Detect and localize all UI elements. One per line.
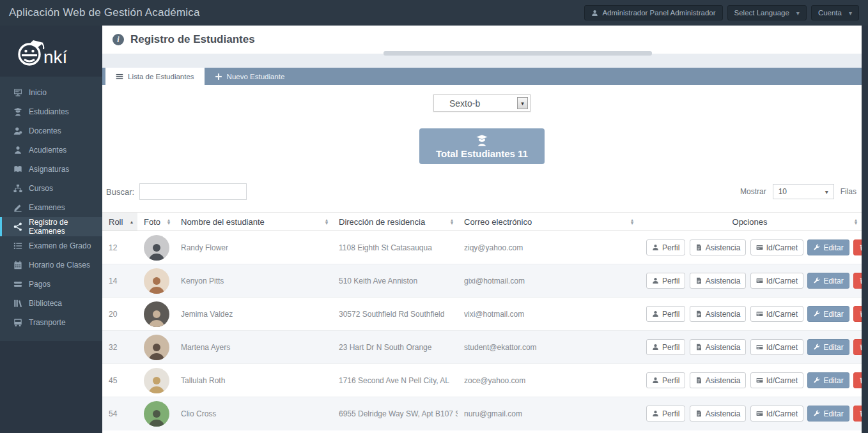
- column-header-opciones[interactable]: Opciones▴▾: [638, 213, 862, 231]
- admin-panel-label: Administrador Panel Administrador: [602, 9, 715, 17]
- brand-logo[interactable]: nkí: [0, 26, 102, 77]
- account-button[interactable]: Cuenta: [811, 5, 859, 20]
- editar-button[interactable]: Editar: [807, 239, 849, 255]
- select-arrow-icon[interactable]: [517, 97, 528, 109]
- total-students-box[interactable]: Total Estudiantes 11: [419, 128, 545, 164]
- column-header-correo[interactable]: Correo electrónico▴▾: [458, 213, 638, 231]
- options-cell: Perfil Asistencia Id/Carnet Editar Borra…: [638, 331, 862, 364]
- column-header-nombre[interactable]: Nombre del estudiante▴▾: [174, 213, 332, 231]
- options-cell: Perfil Asistencia Id/Carnet Editar Borra…: [638, 298, 862, 331]
- tab-lista-de-estudiantes[interactable]: Lista de Estudiantes: [105, 68, 205, 85]
- borrar-button[interactable]: Borrar: [853, 306, 862, 322]
- sidebar-item-label: Cursos: [29, 184, 53, 193]
- tab-nuevo-estudiante[interactable]: Nuevo Estudiante: [205, 68, 295, 85]
- menu-icon: [116, 73, 123, 80]
- student-photo[interactable]: [144, 335, 169, 360]
- perfil-button[interactable]: Perfil: [646, 306, 685, 322]
- id-carnet-button[interactable]: Id/Carnet: [750, 306, 803, 322]
- sidebar-item-examenes[interactable]: Examenes: [0, 198, 102, 217]
- perfil-button[interactable]: Perfil: [646, 406, 685, 422]
- sidebar-item-label: Inicio: [29, 88, 47, 97]
- rows-per-page-value: 10: [779, 187, 787, 196]
- borrar-button[interactable]: Borrar: [853, 339, 862, 355]
- user-icon: [652, 277, 659, 284]
- sidebar-item-cursos[interactable]: Cursos: [0, 179, 102, 198]
- sidebar-item-asignaturas[interactable]: Asignaturas: [0, 160, 102, 179]
- student-row: 14 Kenyon Pitts 510 Keith Ave Anniston g…: [102, 264, 862, 298]
- editar-button[interactable]: Editar: [807, 339, 849, 355]
- enki-logo-icon: nkí: [14, 33, 88, 70]
- student-photo[interactable]: [144, 268, 169, 294]
- id-carnet-button[interactable]: Id/Carnet: [750, 372, 803, 388]
- id-carnet-button[interactable]: Id/Carnet: [750, 339, 803, 355]
- borrar-button[interactable]: Borrar: [853, 239, 862, 255]
- person-badge-icon: [13, 146, 22, 155]
- sidebar-item-estudiantes[interactable]: Estudiantes: [0, 102, 102, 121]
- options-cell: Perfil Asistencia Id/Carnet Editar Borra…: [638, 264, 862, 298]
- asistencia-button[interactable]: Asistencia: [690, 372, 747, 388]
- sidebar-item-inicio[interactable]: Inicio: [0, 83, 102, 102]
- asistencia-button[interactable]: Asistencia: [690, 406, 747, 422]
- perfil-button[interactable]: Perfil: [646, 239, 685, 255]
- rows-per-page-select[interactable]: 10: [773, 184, 834, 199]
- perfil-button[interactable]: Perfil: [646, 273, 685, 289]
- page-header: i Registro de Estudiantes: [102, 26, 862, 54]
- editar-button[interactable]: Editar: [807, 406, 849, 422]
- wrench-icon: [813, 377, 820, 384]
- search-input[interactable]: [139, 183, 247, 200]
- student-photo[interactable]: [144, 235, 169, 261]
- name-cell: Kenyon Pitts: [174, 264, 332, 298]
- sidebar-item-pagos[interactable]: Pagos: [0, 275, 102, 294]
- column-header-foto[interactable]: Foto▴▾: [137, 213, 174, 231]
- perfil-button[interactable]: Perfil: [646, 339, 685, 355]
- sidebar-item-label: Examenes: [29, 203, 65, 212]
- horizontal-scrollbar[interactable]: [384, 51, 652, 56]
- sidebar-item-horario-de-clases[interactable]: Horario de Clases: [0, 255, 102, 275]
- sidebar-item-examen-de-grado[interactable]: Examen de Grado: [0, 236, 102, 255]
- asistencia-button[interactable]: Asistencia: [690, 239, 747, 255]
- sidebar-item-registro-de-examenes[interactable]: Registro de Examenes: [0, 217, 102, 236]
- admin-panel-button[interactable]: Administrador Panel Administrador: [584, 5, 722, 20]
- sidebar-item-label: Docentes: [29, 126, 61, 135]
- user-icon: [652, 244, 659, 251]
- student-row: 12 Randy Flower 1108 Eighth St Catasauqu…: [102, 231, 862, 264]
- select-language-button[interactable]: Select Language: [727, 5, 807, 20]
- borrar-button[interactable]: Borrar: [853, 273, 862, 289]
- borrar-button[interactable]: Borrar: [853, 406, 862, 422]
- asistencia-button[interactable]: Asistencia: [690, 306, 747, 322]
- page-title: Registro de Estudiantes: [130, 33, 255, 46]
- asistencia-button[interactable]: Asistencia: [690, 273, 747, 289]
- editar-button[interactable]: Editar: [807, 372, 849, 388]
- library-icon: [13, 299, 22, 308]
- top-bar: Aplicación Web de Gestión Académica Admi…: [0, 0, 868, 26]
- sidebar-item-docentes[interactable]: Docentes: [0, 121, 102, 141]
- column-header-direccion[interactable]: Dirección de residencia▴▾: [332, 213, 458, 231]
- editar-button[interactable]: Editar: [807, 306, 849, 322]
- student-photo[interactable]: [144, 301, 169, 327]
- sidebar-item-label: Registro de Examenes: [29, 218, 102, 236]
- borrar-button[interactable]: Borrar: [853, 372, 862, 388]
- email-cell: vixi@hotmail.com: [458, 298, 638, 331]
- asistencia-button[interactable]: Asistencia: [690, 339, 747, 355]
- student-photo[interactable]: [144, 368, 169, 393]
- sidebar-item-trasnporte[interactable]: Trasnporte: [0, 313, 102, 332]
- id-card-icon: [756, 310, 763, 317]
- student-photo[interactable]: [144, 401, 169, 427]
- graduate-icon: [13, 107, 22, 116]
- trash-icon: [859, 377, 862, 384]
- tab-label: Nuevo Estudiante: [227, 73, 285, 80]
- course-select[interactable]: Sexto-b: [433, 95, 531, 112]
- sidebar-item-acudientes[interactable]: Acudientes: [0, 141, 102, 160]
- id-carnet-button[interactable]: Id/Carnet: [750, 406, 803, 422]
- sidebar-item-biblioteca[interactable]: Biblioteca: [0, 294, 102, 313]
- address-cell: 23 Hart Dr N South Orange: [332, 331, 458, 364]
- id-carnet-button[interactable]: Id/Carnet: [750, 273, 803, 289]
- trash-icon: [859, 344, 862, 351]
- perfil-button[interactable]: Perfil: [646, 372, 685, 388]
- wrench-icon: [813, 244, 820, 251]
- sort-both-icon: ▴▾: [855, 218, 857, 225]
- id-carnet-button[interactable]: Id/Carnet: [750, 239, 803, 255]
- editar-button[interactable]: Editar: [807, 273, 849, 289]
- avatar-silhouette-icon: [147, 241, 166, 261]
- column-header-roll[interactable]: Roll▴: [102, 213, 137, 231]
